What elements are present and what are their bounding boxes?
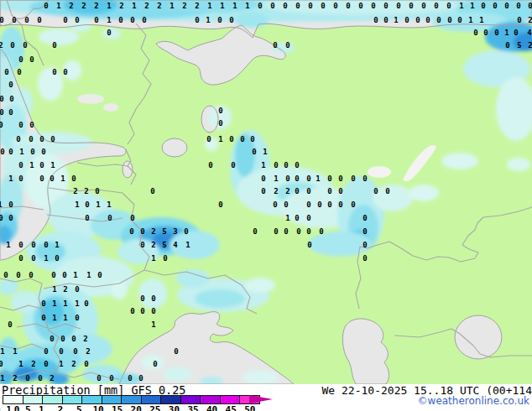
legend-scale-label: 45	[226, 404, 237, 411]
grid-value: 0	[327, 174, 331, 183]
legend-color-cell	[23, 395, 44, 404]
grid-value: 0	[195, 16, 199, 24]
grid-value: 0	[59, 347, 63, 356]
grid-value: 0	[73, 347, 77, 356]
grid-value: 1	[18, 360, 23, 368]
grid-value: 1	[75, 299, 79, 308]
grid-value: 0	[371, 2, 375, 10]
grid-value: 2	[182, 2, 186, 10]
grid-value: 1	[63, 299, 67, 308]
grid-value: 0	[218, 119, 222, 127]
grid-value: 0	[481, 2, 485, 10]
grid-value: 0	[140, 227, 144, 236]
grid-value: 0	[97, 271, 102, 279]
grid-value: 2	[274, 187, 278, 195]
grid-value: 1	[218, 135, 222, 143]
grid-value: 0	[338, 200, 342, 209]
grid-value: 2	[83, 335, 87, 343]
legend-color-cell	[3, 395, 23, 404]
grid-value: 2	[81, 2, 86, 10]
grid-value: 0	[409, 2, 413, 10]
grid-value: 0	[63, 16, 67, 24]
grid-value: 0	[338, 174, 342, 183]
grid-value: 0	[514, 29, 518, 37]
grid-value: 0	[44, 2, 48, 10]
grid-value: 2	[73, 187, 77, 195]
grid-value: 0	[319, 227, 323, 236]
weather-map-screenshot: 0122212122122111100000000000000001100000…	[0, 0, 532, 411]
grid-value: 0	[129, 227, 133, 236]
grid-value: 0	[273, 41, 277, 49]
precipitation-map-canvas: 0122212122122111100000000000000001100000…	[0, 0, 532, 384]
grid-value: 1	[52, 299, 56, 308]
grid-value: 2	[0, 41, 3, 49]
grid-value: 0	[218, 200, 222, 209]
grid-value: 0	[128, 374, 132, 382]
grid-value: 0	[31, 254, 35, 263]
legend-scale-label: 50	[244, 404, 255, 411]
grid-value: 0	[107, 29, 111, 37]
grid-value: 0	[41, 314, 45, 322]
grid-value: 0	[29, 271, 33, 279]
grid-value: 1	[107, 16, 111, 24]
grid-value: 0	[528, 2, 532, 10]
grid-value: 0	[71, 174, 76, 183]
grid-value: 0	[231, 161, 235, 169]
legend-scale-label: 1	[39, 404, 44, 411]
grid-value: 0	[16, 271, 20, 279]
grid-value: 0	[8, 320, 12, 329]
grid-value: 4	[527, 29, 532, 37]
grid-value: 0	[505, 41, 509, 49]
grid-value: 0	[404, 16, 409, 24]
grid-value: 1	[52, 285, 56, 294]
legend-scale-label: 40	[206, 404, 217, 411]
grid-value: 1	[29, 161, 34, 169]
grid-value: 1	[470, 2, 474, 10]
grid-value: 0	[240, 135, 244, 143]
grid-value: 0	[274, 161, 278, 169]
copyright-link[interactable]: ©weatheronline.co.uk	[418, 395, 529, 407]
grid-value: 0	[306, 214, 310, 222]
grid-value: 5	[162, 227, 166, 236]
grid-value: 1	[0, 200, 3, 209]
grid-value: 2	[151, 241, 155, 249]
grid-value: 0	[18, 241, 23, 249]
grid-value: 1	[19, 148, 23, 156]
grid-value: 2	[63, 285, 67, 294]
grid-value: 0	[96, 374, 101, 382]
grid-value: 0	[84, 360, 88, 368]
grid-value: 0	[8, 81, 13, 89]
grid-value: 0	[274, 227, 278, 236]
grid-value: 1	[96, 200, 100, 209]
grid-value: 1	[132, 2, 136, 10]
grid-value: 0	[327, 200, 331, 209]
grid-value: 0	[261, 187, 265, 195]
grid-value: 0	[75, 285, 79, 294]
grid-value: 0	[295, 2, 300, 10]
grid-value: 1	[479, 16, 483, 24]
grid-value: 2	[119, 2, 123, 10]
grid-value: 0	[285, 41, 289, 49]
grid-value: 0	[37, 16, 41, 24]
legend-scale-label: 10	[92, 404, 103, 411]
grid-value: 0	[258, 2, 262, 10]
legend-scale-label: 25	[149, 404, 160, 411]
grid-value: 0	[18, 254, 23, 263]
grid-value: 0	[446, 2, 451, 10]
grid-value: 0	[295, 214, 299, 222]
grid-value: 2	[528, 41, 532, 49]
grid-value: 0	[163, 254, 167, 263]
grid-value: 0	[517, 16, 521, 24]
grid-value: 2	[69, 2, 73, 10]
grid-value: 0	[31, 241, 35, 249]
grid-value: 0	[229, 135, 233, 143]
grid-value: 1	[60, 174, 65, 183]
legend-arrow-icon	[249, 395, 273, 403]
grid-value: 0	[151, 307, 155, 315]
grid-value: 2	[144, 2, 149, 10]
grid-value: 0	[362, 174, 367, 183]
grid-value: 0	[41, 299, 45, 308]
grid-value: 0	[44, 347, 48, 356]
grid-value: 1	[52, 314, 56, 322]
grid-value: 0	[415, 16, 420, 24]
